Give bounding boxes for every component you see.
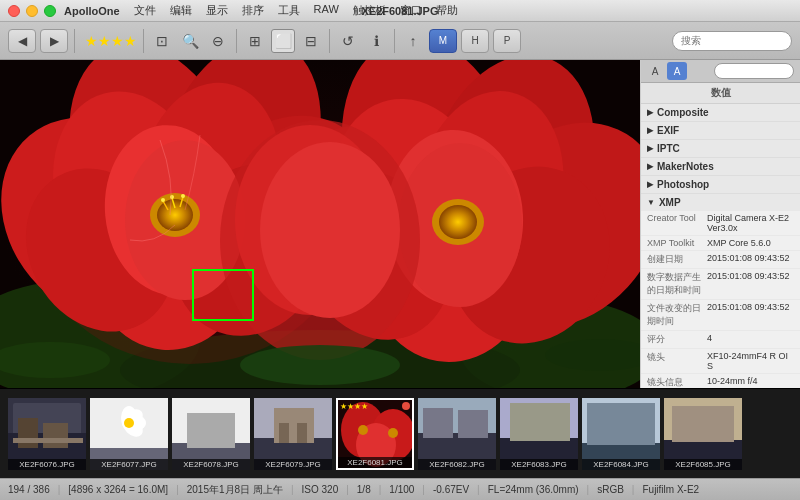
metadata-panel-button[interactable]: M bbox=[429, 29, 457, 53]
minimize-button[interactable] bbox=[26, 5, 38, 17]
menu-sort[interactable]: 排序 bbox=[236, 2, 270, 19]
window-title: XE2F6081.JPG bbox=[361, 5, 438, 17]
main-layout: A A 数值 ▶ Composite ▶ EXIF ▶ IPTC bbox=[0, 60, 800, 388]
rating-label: 评分 bbox=[647, 333, 707, 346]
xmp-row-create-date: 创建日期 2015:01:08 09:43:52 bbox=[641, 251, 800, 269]
film-thumb-7: XE2F6084.JPG bbox=[582, 398, 660, 470]
creator-tool-value: Digital Camera X-E2 Ver3.0x bbox=[707, 213, 794, 233]
svg-rect-47 bbox=[18, 418, 38, 448]
film-item-0[interactable]: XE2F6076.JPG bbox=[8, 398, 86, 470]
iptc-arrow: ▶ bbox=[647, 144, 653, 153]
film-stars-4: ★★★★ bbox=[340, 402, 368, 411]
rating-value: 4 bbox=[707, 333, 794, 346]
panel-icon-2[interactable]: A bbox=[667, 62, 687, 80]
toolbar-separator-2 bbox=[143, 29, 144, 53]
svg-rect-65 bbox=[297, 423, 307, 443]
toolbar-separator-3 bbox=[236, 29, 237, 53]
svg-point-39 bbox=[260, 142, 400, 318]
film-label-2: XE2F6078.JPG bbox=[172, 459, 250, 470]
film-item-6[interactable]: XE2F6083.JPG bbox=[500, 398, 578, 470]
status-camera: Fujifilm X-E2 bbox=[642, 484, 699, 495]
titlebar: ApolloOne 文件 编辑 显示 排序 工具 RAW 触控板 窗口 帮助 X… bbox=[0, 0, 800, 22]
section-xmp-header[interactable]: ▼ XMP bbox=[641, 194, 800, 211]
film-label-6: XE2F6083.JPG bbox=[500, 459, 578, 470]
app-name: ApolloOne bbox=[64, 5, 120, 17]
panel-toggle-button[interactable]: P bbox=[493, 29, 521, 53]
section-photoshop-header[interactable]: ▶ Photoshop bbox=[641, 176, 800, 193]
film-item-5[interactable]: XE2F6082.JPG bbox=[418, 398, 496, 470]
status-shutter: 1/100 bbox=[389, 484, 414, 495]
search-input[interactable] bbox=[672, 31, 792, 51]
svg-rect-84 bbox=[672, 406, 734, 442]
section-makernotes-header[interactable]: ▶ MakerNotes bbox=[641, 158, 800, 175]
svg-rect-75 bbox=[458, 410, 488, 438]
svg-rect-48 bbox=[43, 423, 68, 448]
menu-tools[interactable]: 工具 bbox=[272, 2, 306, 19]
svg-rect-60 bbox=[187, 413, 235, 448]
stars-rating[interactable]: ★★★★ bbox=[85, 33, 137, 49]
single-view-button[interactable]: ⬜ bbox=[271, 29, 295, 53]
share-button[interactable]: ↑ bbox=[401, 29, 425, 53]
svg-point-57 bbox=[124, 418, 134, 428]
svg-point-17 bbox=[157, 199, 193, 231]
toolkit-value: XMP Core 5.6.0 bbox=[707, 238, 794, 248]
histogram-button[interactable]: H bbox=[461, 29, 489, 53]
film-thumb-4: XE2F6081.JPG ★★★★ bbox=[336, 398, 414, 470]
back-button[interactable]: ◀ bbox=[8, 29, 36, 53]
section-iptc: ▶ IPTC bbox=[641, 140, 800, 158]
menu-edit[interactable]: 编辑 bbox=[164, 2, 198, 19]
panel-icon-1[interactable]: A bbox=[645, 62, 665, 80]
maximize-button[interactable] bbox=[44, 5, 56, 17]
svg-point-70 bbox=[358, 425, 368, 435]
film-label-3: XE2F6079.JPG bbox=[254, 459, 332, 470]
menu-raw[interactable]: RAW bbox=[308, 2, 345, 19]
film-thumb-5: XE2F6082.JPG bbox=[418, 398, 496, 470]
film-item-2[interactable]: XE2F6078.JPG bbox=[172, 398, 250, 470]
status-count: 194 / 386 bbox=[8, 484, 50, 495]
svg-point-41 bbox=[240, 345, 400, 385]
zoom-fit-button[interactable]: ⊡ bbox=[150, 29, 174, 53]
toolbar-separator-1 bbox=[74, 29, 75, 53]
film-item-8[interactable]: XE2F6085.JPG bbox=[664, 398, 742, 470]
rotate-button[interactable]: ↺ bbox=[336, 29, 360, 53]
info-button[interactable]: ℹ bbox=[364, 29, 388, 53]
image-area[interactable] bbox=[0, 60, 640, 388]
film-item-1[interactable]: XE2F6077.JPG bbox=[90, 398, 168, 470]
zoom-out-button[interactable]: ⊖ bbox=[206, 29, 230, 53]
svg-point-22 bbox=[181, 194, 185, 198]
exif-label: EXIF bbox=[657, 125, 679, 136]
photoshop-arrow: ▶ bbox=[647, 180, 653, 189]
create-date-label: 创建日期 bbox=[647, 253, 707, 266]
menu-view[interactable]: 显示 bbox=[200, 2, 234, 19]
status-iso: ISO 320 bbox=[302, 484, 339, 495]
svg-rect-64 bbox=[279, 423, 289, 443]
modify-date-label: 文件改变的日期时间 bbox=[647, 302, 707, 328]
xmp-row-rating: 评分 4 bbox=[641, 331, 800, 349]
section-exif-header[interactable]: ▶ EXIF bbox=[641, 122, 800, 139]
film-label-8: XE2F6085.JPG bbox=[664, 459, 742, 470]
lens-value: XF10-24mmF4 R OIS bbox=[707, 351, 794, 371]
svg-rect-74 bbox=[423, 408, 453, 438]
close-button[interactable] bbox=[8, 5, 20, 17]
compare-view-button[interactable]: ⊟ bbox=[299, 29, 323, 53]
menu-file[interactable]: 文件 bbox=[128, 2, 162, 19]
zoom-in-button[interactable]: 🔍 bbox=[178, 29, 202, 53]
svg-point-21 bbox=[170, 195, 174, 199]
iptc-label: IPTC bbox=[657, 143, 680, 154]
film-thumb-0: XE2F6076.JPG bbox=[8, 398, 86, 470]
film-item-7[interactable]: XE2F6084.JPG bbox=[582, 398, 660, 470]
section-iptc-header[interactable]: ▶ IPTC bbox=[641, 140, 800, 157]
status-resolution: [4896 x 3264 = 16.0M] bbox=[68, 484, 168, 495]
film-label-4: XE2F6081.JPG bbox=[338, 457, 412, 468]
section-composite-header[interactable]: ▶ Composite bbox=[641, 104, 800, 121]
digitize-date-value: 2015:01:08 09:43:52 bbox=[707, 271, 794, 297]
film-item-4[interactable]: XE2F6081.JPG ★★★★ bbox=[336, 398, 414, 470]
grid-view-button[interactable]: ⊞ bbox=[243, 29, 267, 53]
forward-button[interactable]: ▶ bbox=[40, 29, 68, 53]
toolbar: ◀ ▶ ★★★★ ⊡ 🔍 ⊖ ⊞ ⬜ ⊟ ↺ ℹ ↑ M H P bbox=[0, 22, 800, 60]
film-thumb-6: XE2F6083.JPG bbox=[500, 398, 578, 470]
metadata-search-input[interactable] bbox=[714, 63, 794, 79]
section-exif: ▶ EXIF bbox=[641, 122, 800, 140]
film-item-3[interactable]: XE2F6079.JPG bbox=[254, 398, 332, 470]
toolkit-label: XMP Toolkit bbox=[647, 238, 707, 248]
